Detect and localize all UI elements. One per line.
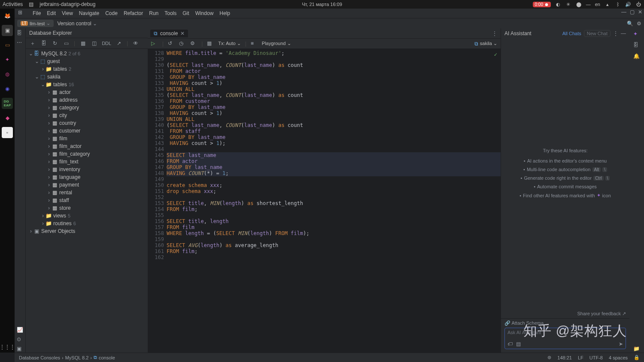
code-line[interactable]: UNION ALL (167, 86, 501, 92)
code-line[interactable]: (SELECT last_name, COUNT(last_name) as c… (167, 62, 501, 68)
inspection-ok-icon[interactable]: ✓ (494, 51, 497, 57)
jump-icon[interactable]: ↗ (115, 40, 122, 47)
code-line[interactable]: FROM staff (167, 128, 501, 134)
code-line[interactable]: FROM film; (167, 248, 501, 254)
menu-item[interactable]: Navigate (79, 10, 99, 16)
minimize-icon[interactable]: — (621, 9, 626, 15)
dock-app-icon[interactable]: ✦ (2, 54, 13, 65)
table-item[interactable]: ›▦category (46, 104, 148, 112)
code-line[interactable]: SELECT title, MIN(length) as shortest_le… (167, 200, 501, 206)
table-item[interactable]: ›▦city (46, 112, 148, 119)
ddl-button[interactable]: DDL (102, 41, 111, 46)
menu-item[interactable]: Edit (47, 10, 56, 16)
dock-emacs-icon[interactable]: ◉ (2, 83, 13, 94)
code-line[interactable]: HAVING count > 1) (167, 80, 501, 86)
code-line[interactable]: UNION ALL (167, 116, 501, 122)
menu-item[interactable]: Git (182, 10, 189, 16)
view-icon[interactable]: 👁 (132, 40, 139, 47)
dock-apps-icon[interactable]: ⋮⋮⋮ (2, 341, 13, 353)
history-icon[interactable]: ↺ (168, 40, 175, 47)
views-folder[interactable]: ›📁views5 (40, 212, 148, 220)
settings-icon[interactable]: ⚙ (637, 21, 641, 27)
dock-datagrip-icon[interactable]: DGEAP (2, 98, 13, 109)
stop-icon[interactable]: ■ (251, 40, 258, 47)
code-line[interactable]: (SELECT last_name, COUNT(last_name) as c… (167, 122, 501, 128)
remote-icon[interactable]: ⊚ (547, 355, 551, 360)
tray-lang[interactable]: — (586, 2, 591, 7)
tables-folder[interactable]: ›📁tables2 (40, 65, 148, 73)
network-icon[interactable]: ▴ (605, 1, 611, 7)
schema-item[interactable]: ⌄⬚guest (34, 57, 148, 65)
code-line[interactable] (167, 212, 501, 218)
table-item[interactable]: ›▦payment (46, 181, 148, 189)
stop-icon[interactable]: ▭ (63, 40, 70, 47)
tab-options-icon[interactable]: ⋮ (489, 30, 501, 36)
code-line[interactable]: FROM actor (167, 158, 501, 164)
code-icon[interactable]: ▤ (516, 341, 521, 347)
code-line[interactable]: SELECT last_name (167, 152, 501, 158)
table-item[interactable]: ›▦store (46, 204, 148, 212)
close-icon[interactable]: ✕ (638, 9, 642, 15)
terminal-icon[interactable]: ▣ (17, 346, 24, 353)
explain-icon[interactable]: ◷ (179, 40, 186, 47)
activities-label[interactable]: Activities (3, 1, 23, 7)
table-item[interactable]: ›▦address (46, 96, 148, 104)
services-icon[interactable]: ⊙ (17, 336, 24, 343)
tray-icon[interactable]: ✳ (565, 1, 571, 7)
code-line[interactable]: FROM actor (167, 68, 501, 74)
database-icon[interactable]: 🗄 (633, 42, 640, 49)
volume-icon[interactable]: 🔊 (625, 1, 631, 7)
table-item[interactable]: ›▦film_text (46, 158, 148, 166)
db-root[interactable]: ⌄🗄MySQL 8.22 of 6 (28, 50, 148, 57)
lock-icon[interactable]: 🔒 (634, 355, 640, 360)
dock-app-icon[interactable]: ◍ (2, 69, 13, 80)
session-picker[interactable]: sakila ⌄ (480, 41, 497, 46)
menu-item[interactable]: File (33, 10, 41, 16)
search-icon[interactable]: 🔍 (627, 21, 633, 27)
ai-icon[interactable]: ✦ (633, 31, 640, 38)
code-line[interactable] (167, 254, 501, 260)
chart-icon[interactable]: 📈 (17, 327, 24, 334)
code-line[interactable]: GROUP BY last_name (167, 104, 501, 110)
clock[interactable]: Чт, 21 марта 16:09 (302, 2, 342, 7)
editor-tab[interactable]: ⧉ console ✕ (150, 30, 188, 37)
code-line[interactable]: GROUP BY last_name (167, 134, 501, 140)
code-line[interactable]: WHERE length = (SELECT MIN(length) FROM … (167, 230, 501, 236)
table-item[interactable]: ›▦film_actor (46, 142, 148, 150)
dock-files-icon[interactable]: ▭ (2, 39, 13, 51)
code-line[interactable]: GROUP BY last_name (167, 164, 501, 170)
code-line[interactable]: FROM film (167, 224, 501, 230)
notifications-icon[interactable]: 🔔 (633, 53, 640, 60)
new-chat-button[interactable]: New Chat (584, 30, 611, 37)
routines-folder[interactable]: ›📁routines6 (40, 220, 148, 227)
more-icon[interactable]: ⋯ (17, 39, 24, 46)
attach-schema[interactable]: 🔗 Attach Schema (501, 318, 629, 328)
code-line[interactable]: SELECT title, length (167, 218, 501, 224)
vcs-dropdown[interactable]: Version control ⌄ (57, 21, 97, 27)
settings-icon[interactable]: ⚙ (190, 40, 197, 47)
table-item[interactable]: ›▦actor (46, 88, 148, 96)
line-ending[interactable]: LF (578, 355, 583, 360)
code-line[interactable]: WHERE film.title = 'Academy Dinosaur'; (167, 50, 501, 56)
code-line[interactable] (167, 56, 501, 62)
encoding[interactable]: UTF-8 (589, 355, 603, 360)
code-line[interactable] (167, 236, 501, 242)
code-line[interactable]: HAVING COUNT(*) = 1; (167, 170, 501, 176)
table-icon[interactable]: ▦ (79, 40, 86, 47)
indent[interactable]: 4 spaces (609, 355, 628, 360)
server-objects[interactable]: ›▣Server Objects (28, 227, 148, 235)
dock-jetbrains-icon[interactable]: ◆ (2, 112, 13, 124)
table-item[interactable]: ›▦rental (46, 189, 148, 196)
input-lang[interactable]: en (595, 2, 600, 7)
menu-item[interactable]: Run (149, 10, 158, 16)
code-line[interactable]: create schema xxx; (167, 182, 501, 188)
minimize-icon[interactable]: — (621, 30, 626, 36)
code-line[interactable]: (SELECT last_name, COUNT(last_name) as c… (167, 92, 501, 98)
refresh-icon[interactable]: ↻ (52, 40, 58, 47)
code-line[interactable] (167, 146, 501, 152)
dock-terminal-icon[interactable]: ▣ (2, 25, 13, 36)
ai-input[interactable]: Ask AI Assistant 🏷 ▤ ➤ (504, 328, 626, 349)
menu-item[interactable]: Refactor (124, 10, 143, 16)
table-item[interactable]: ›▦inventory (46, 166, 148, 173)
menu-item[interactable]: Tools (164, 10, 176, 16)
